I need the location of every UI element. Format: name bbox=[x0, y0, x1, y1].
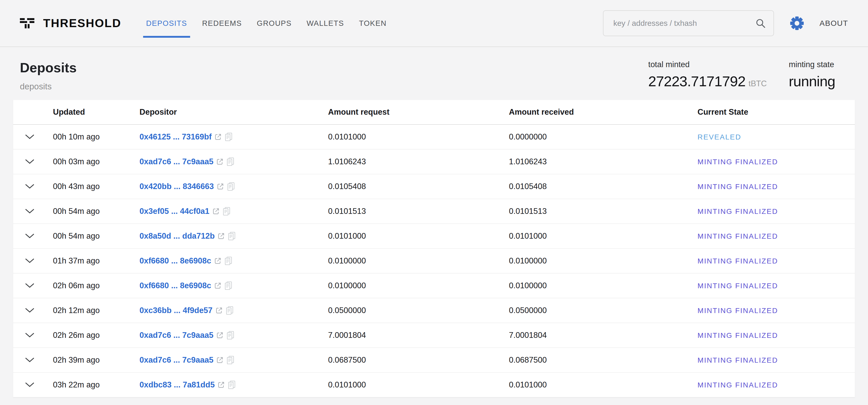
chevron-down-icon[interactable] bbox=[25, 258, 34, 263]
nav-tab-wallets[interactable]: WALLETS bbox=[307, 19, 344, 28]
deposit-updated: 03h 22m ago bbox=[53, 380, 140, 390]
copy-address-icon[interactable] bbox=[222, 207, 231, 216]
chevron-down-icon[interactable] bbox=[25, 159, 34, 164]
search-icon[interactable] bbox=[755, 18, 766, 28]
state-cell: MINTING FINALIZED bbox=[698, 380, 855, 390]
state-cell: MINTING FINALIZED bbox=[698, 231, 855, 241]
depositor-cell: 0x420bb ... 8346663 bbox=[140, 182, 328, 191]
state-cell: MINTING FINALIZED bbox=[698, 331, 855, 340]
chevron-down-icon[interactable] bbox=[25, 382, 34, 387]
chevron-down-icon[interactable] bbox=[25, 308, 34, 313]
table-row: 00h 03m ago 0xad7c6 ... 7c9aaa5 bbox=[13, 150, 855, 174]
copy-address-icon[interactable] bbox=[225, 306, 234, 315]
copy-address-icon[interactable] bbox=[224, 132, 233, 142]
chevron-down-icon[interactable] bbox=[25, 209, 34, 214]
state-cell: REVEALED bbox=[698, 132, 855, 142]
stat-unit: tBTC bbox=[749, 79, 767, 88]
copy-address-icon[interactable] bbox=[226, 331, 235, 340]
stat-minting-state: minting state running bbox=[789, 60, 835, 90]
expand-cell bbox=[13, 281, 53, 290]
external-link-icon[interactable] bbox=[215, 307, 223, 314]
threshold-logo-icon bbox=[20, 18, 34, 28]
copy-address-icon[interactable] bbox=[227, 380, 236, 390]
external-link-icon[interactable] bbox=[217, 381, 225, 389]
settings-gear-icon[interactable] bbox=[789, 15, 805, 31]
stat-label: minting state bbox=[789, 60, 835, 69]
deposit-state: MINTING FINALIZED bbox=[698, 307, 778, 315]
copy-address-icon[interactable] bbox=[227, 231, 236, 241]
deposit-amount-received: 0.0101000 bbox=[509, 231, 698, 241]
expand-cell bbox=[13, 306, 53, 315]
nav-tab-redeems[interactable]: REDEEMS bbox=[202, 19, 242, 28]
depositor-address-link[interactable]: 0x8a50d ... dda712b bbox=[140, 231, 215, 241]
copy-address-icon[interactable] bbox=[224, 256, 232, 266]
depositor-address-link[interactable]: 0xc36bb ... 4f9de57 bbox=[140, 306, 213, 315]
chevron-down-icon[interactable] bbox=[25, 357, 34, 363]
chevron-down-icon[interactable] bbox=[25, 184, 34, 189]
column-header-current-state: Current State bbox=[698, 107, 855, 117]
expand-cell bbox=[13, 331, 53, 340]
depositor-address-link[interactable]: 0xdbc83 ... 7a81dd5 bbox=[140, 380, 215, 390]
deposit-updated: 00h 54m ago bbox=[53, 207, 140, 216]
depositor-cell: 0xad7c6 ... 7c9aaa5 bbox=[140, 355, 328, 365]
column-header-amount-received: Amount received bbox=[509, 107, 698, 117]
about-link[interactable]: ABOUT bbox=[819, 19, 848, 28]
external-link-icon[interactable] bbox=[214, 257, 222, 265]
external-link-icon[interactable] bbox=[216, 332, 224, 339]
external-link-icon[interactable] bbox=[214, 282, 222, 289]
chevron-down-icon[interactable] bbox=[25, 283, 34, 288]
depositor-address-link[interactable]: 0x46125 ... 73169bf bbox=[140, 132, 212, 142]
search-input[interactable] bbox=[613, 19, 755, 28]
deposit-state: MINTING FINALIZED bbox=[698, 158, 778, 166]
depositor-address-link[interactable]: 0xad7c6 ... 7c9aaa5 bbox=[140, 331, 213, 340]
external-link-icon[interactable] bbox=[216, 356, 224, 364]
deposit-updated: 02h 26m ago bbox=[53, 331, 140, 340]
depositor-address-link[interactable]: 0xad7c6 ... 7c9aaa5 bbox=[140, 157, 213, 166]
nav-tab-token[interactable]: TOKEN bbox=[359, 19, 387, 28]
deposit-amount-request: 0.0101000 bbox=[328, 380, 509, 390]
chevron-down-icon[interactable] bbox=[25, 233, 34, 239]
external-link-icon[interactable] bbox=[217, 232, 225, 240]
table-row: 00h 10m ago 0x46125 ... 73169bf bbox=[13, 125, 855, 150]
external-link-icon[interactable] bbox=[216, 183, 224, 190]
depositor-address-link[interactable]: 0xf6680 ... 8e6908c bbox=[140, 281, 211, 290]
expand-cell bbox=[13, 182, 53, 191]
deposit-amount-request: 0.0105408 bbox=[328, 182, 509, 191]
deposit-state: MINTING FINALIZED bbox=[698, 332, 778, 339]
expand-cell bbox=[13, 207, 53, 216]
copy-address-icon[interactable] bbox=[227, 182, 235, 191]
chevron-down-icon[interactable] bbox=[25, 134, 34, 139]
copy-address-icon[interactable] bbox=[226, 157, 235, 166]
top-bar: THRESHOLD DEPOSITSREDEEMSGROUPSWALLETSTO… bbox=[0, 0, 868, 47]
chevron-down-icon[interactable] bbox=[25, 333, 34, 338]
copy-address-icon[interactable] bbox=[226, 355, 235, 365]
top-bar-right: ABOUT bbox=[603, 10, 848, 36]
deposit-state: REVEALED bbox=[698, 133, 741, 141]
external-link-icon[interactable] bbox=[214, 133, 222, 141]
deposit-amount-request: 1.0106243 bbox=[328, 157, 509, 166]
copy-address-icon[interactable] bbox=[224, 281, 232, 290]
state-cell: MINTING FINALIZED bbox=[698, 182, 855, 191]
table-header-row: Updated Depositor Amount request Amount … bbox=[13, 100, 855, 125]
external-link-icon[interactable] bbox=[216, 158, 224, 165]
column-header-amount-request: Amount request bbox=[328, 107, 509, 117]
deposit-updated: 01h 37m ago bbox=[53, 256, 140, 266]
deposit-state: MINTING FINALIZED bbox=[698, 282, 778, 290]
nav-tab-deposits[interactable]: DEPOSITS bbox=[146, 19, 187, 28]
depositor-cell: 0xdbc83 ... 7a81dd5 bbox=[140, 380, 328, 390]
deposit-updated: 00h 54m ago bbox=[53, 231, 140, 241]
nav-tab-groups[interactable]: GROUPS bbox=[257, 19, 292, 28]
expand-cell bbox=[13, 132, 53, 142]
depositor-address-link[interactable]: 0xf6680 ... 8e6908c bbox=[140, 256, 211, 266]
external-link-icon[interactable] bbox=[212, 208, 220, 215]
depositor-address-link[interactable]: 0x420bb ... 8346663 bbox=[140, 182, 214, 191]
brand-logo[interactable]: THRESHOLD bbox=[20, 17, 121, 30]
title-block: Deposits deposits bbox=[20, 60, 77, 91]
deposit-amount-received: 1.0106243 bbox=[509, 157, 698, 166]
deposit-amount-received: 0.0000000 bbox=[509, 132, 698, 142]
depositor-address-link[interactable]: 0x3ef05 ... 44cf0a1 bbox=[140, 207, 210, 216]
depositor-address-link[interactable]: 0xad7c6 ... 7c9aaa5 bbox=[140, 355, 213, 365]
deposit-updated: 00h 03m ago bbox=[53, 157, 140, 166]
deposit-amount-request: 0.0101513 bbox=[328, 207, 509, 216]
table-row: 02h 26m ago 0xad7c6 ... 7c9aaa5 bbox=[13, 323, 855, 348]
